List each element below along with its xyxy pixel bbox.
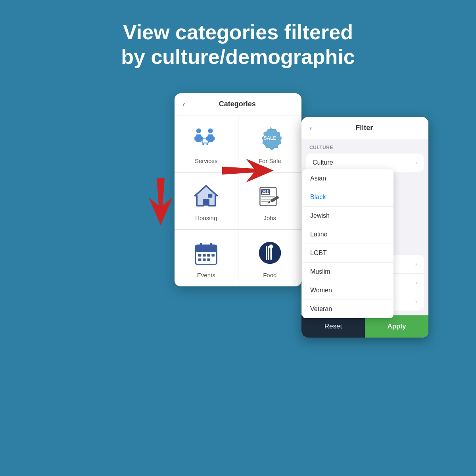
culture-section-label: CULTURE <box>301 139 428 154</box>
dropdown-item-lgbt[interactable]: LGBT <box>302 244 393 263</box>
housing-behind-chevron: › <box>415 261 417 268</box>
dropdown-item-asian[interactable]: Asian <box>302 169 393 188</box>
svg-marker-44 <box>222 159 274 182</box>
culture-dropdown: Asian Black Jewish Latino LGBT <box>302 169 393 318</box>
hero-line1: View categories filtered <box>123 21 353 44</box>
svg-rect-28 <box>196 249 217 252</box>
categories-back-button[interactable]: ‹ <box>182 100 185 109</box>
jobs-behind-chevron: › <box>415 279 417 286</box>
svg-marker-45 <box>149 178 173 225</box>
filter-screen: ‹ Filter CULTURE Culture › Asian Black J… <box>301 117 428 338</box>
svg-rect-43 <box>268 246 269 260</box>
svg-rect-34 <box>212 254 215 257</box>
svg-rect-36 <box>203 259 205 261</box>
reset-button[interactable]: Reset <box>301 315 365 338</box>
svg-rect-40 <box>266 246 267 251</box>
culture-row-label: Culture <box>313 159 415 166</box>
svg-rect-16 <box>203 200 209 206</box>
services-icon <box>192 125 220 153</box>
svg-text:JOBS: JOBS <box>261 190 270 194</box>
svg-point-4 <box>208 129 213 133</box>
forsale-icon: SALE <box>256 125 284 153</box>
filter-title: Filter <box>316 124 413 132</box>
categories-header: ‹ Categories <box>175 93 301 115</box>
svg-rect-35 <box>198 259 201 261</box>
events-label: Events <box>197 272 215 278</box>
services-label: Services <box>195 157 218 164</box>
dropdown-item-latino[interactable]: Latino <box>302 225 393 244</box>
events-behind-chevron: › <box>415 298 417 305</box>
svg-line-11 <box>202 138 202 139</box>
arrow-right <box>222 157 274 186</box>
events-icon <box>192 239 220 267</box>
svg-text:SALE: SALE <box>263 136 276 141</box>
dropdown-item-black[interactable]: Black <box>302 188 393 207</box>
category-events[interactable]: Events <box>175 230 238 286</box>
svg-rect-30 <box>210 243 213 248</box>
categories-screen: ‹ Categories <box>175 93 301 286</box>
hero-text: View categories filtered by culture/demo… <box>0 0 476 81</box>
category-food[interactable]: Food <box>238 230 302 286</box>
categories-title: Categories <box>189 100 286 108</box>
svg-rect-29 <box>200 243 202 248</box>
svg-rect-41 <box>270 248 272 260</box>
dropdown-item-women[interactable]: Women <box>302 281 393 300</box>
dropdown-item-muslim[interactable]: Muslim <box>302 263 393 281</box>
food-icon <box>256 239 284 267</box>
svg-rect-17 <box>208 194 212 198</box>
arrow-down <box>147 178 175 227</box>
svg-point-10 <box>206 143 208 145</box>
dropdown-item-jewish[interactable]: Jewish <box>302 207 393 225</box>
culture-row-chevron: › <box>415 159 417 166</box>
svg-point-9 <box>202 143 204 145</box>
svg-rect-31 <box>198 254 201 257</box>
housing-label: Housing <box>195 215 217 221</box>
svg-rect-37 <box>207 259 210 261</box>
svg-point-0 <box>196 129 201 133</box>
dropdown-item-veteran[interactable]: Veteran <box>302 300 393 318</box>
jobs-label: Jobs <box>263 215 276 221</box>
apply-button[interactable]: Apply <box>365 315 428 338</box>
culture-filter-row[interactable]: Culture › Asian Black Jewish Latino <box>306 154 424 172</box>
svg-point-42 <box>269 244 273 249</box>
food-label: Food <box>263 272 276 278</box>
filter-bottom-bar: Reset Apply <box>301 315 428 338</box>
svg-rect-7 <box>212 136 215 141</box>
filter-header: ‹ Filter <box>301 117 428 139</box>
svg-rect-2 <box>194 136 197 141</box>
categories-grid: Services SALE For Sale <box>175 115 301 286</box>
jobs-icon: JOBS <box>256 182 284 210</box>
svg-rect-32 <box>203 254 205 257</box>
hero-line2: by culture/demographic <box>121 45 355 68</box>
svg-rect-33 <box>207 254 210 257</box>
culture-filter-row-container: Culture › Asian Black Jewish Latino <box>306 154 424 172</box>
filter-back-button[interactable]: ‹ <box>309 123 312 132</box>
housing-icon <box>192 182 220 210</box>
